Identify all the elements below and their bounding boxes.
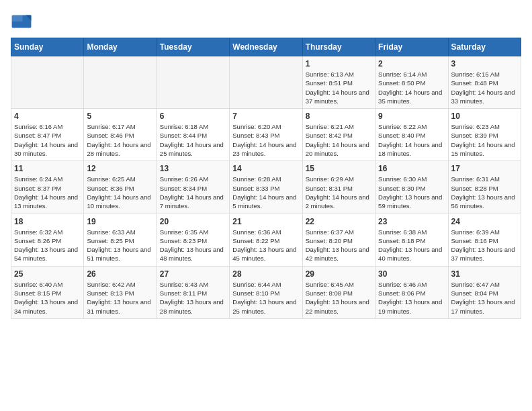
- calendar-cell: [157, 56, 229, 109]
- calendar-week: 1Sunrise: 6:13 AM Sunset: 8:51 PM Daylig…: [11, 56, 521, 109]
- calendar-table: SundayMondayTuesdayWednesdayThursdayFrid…: [11, 38, 521, 319]
- calendar-cell: 29Sunrise: 6:45 AM Sunset: 8:08 PM Dayli…: [302, 266, 375, 318]
- day-info: Sunrise: 6:37 AM Sunset: 8:20 PM Dayligh…: [306, 228, 372, 263]
- calendar-cell: 23Sunrise: 6:38 AM Sunset: 8:18 PM Dayli…: [375, 214, 448, 266]
- day-number: 18: [14, 217, 81, 226]
- day-number: 1: [306, 59, 372, 68]
- day-info: Sunrise: 6:40 AM Sunset: 8:15 PM Dayligh…: [14, 280, 81, 316]
- calendar-cell: 12Sunrise: 6:25 AM Sunset: 8:36 PM Dayli…: [84, 161, 157, 214]
- calendar-cell: 24Sunrise: 6:39 AM Sunset: 8:16 PM Dayli…: [448, 214, 521, 266]
- calendar-cell: 15Sunrise: 6:29 AM Sunset: 8:31 PM Dayli…: [302, 161, 375, 214]
- day-number: 11: [14, 164, 81, 173]
- header-day: Thursday: [302, 38, 375, 56]
- day-info: Sunrise: 6:46 AM Sunset: 8:06 PM Dayligh…: [378, 280, 445, 316]
- day-number: 3: [451, 59, 518, 68]
- calendar-cell: 31Sunrise: 6:47 AM Sunset: 8:04 PM Dayli…: [448, 266, 521, 318]
- calendar-week: 25Sunrise: 6:40 AM Sunset: 8:15 PM Dayli…: [11, 266, 521, 318]
- day-number: 8: [306, 111, 372, 121]
- day-number: 2: [378, 59, 445, 68]
- calendar-cell: [11, 56, 84, 109]
- day-info: Sunrise: 6:16 AM Sunset: 8:47 PM Dayligh…: [14, 122, 81, 158]
- calendar-cell: 18Sunrise: 6:32 AM Sunset: 8:26 PM Dayli…: [11, 214, 84, 266]
- calendar-cell: 7Sunrise: 6:20 AM Sunset: 8:43 PM Daylig…: [230, 109, 302, 161]
- calendar-cell: 11Sunrise: 6:24 AM Sunset: 8:37 PM Dayli…: [11, 161, 84, 214]
- day-info: Sunrise: 6:24 AM Sunset: 8:37 PM Dayligh…: [14, 175, 81, 210]
- logo-icon: [11, 11, 32, 32]
- day-number: 13: [160, 164, 226, 173]
- header-day: Friday: [375, 38, 448, 56]
- calendar-cell: 19Sunrise: 6:33 AM Sunset: 8:25 PM Dayli…: [84, 214, 157, 266]
- header-row: SundayMondayTuesdayWednesdayThursdayFrid…: [11, 38, 521, 56]
- calendar-cell: 4Sunrise: 6:16 AM Sunset: 8:47 PM Daylig…: [11, 109, 84, 161]
- day-number: 17: [451, 164, 518, 173]
- calendar-header: SundayMondayTuesdayWednesdayThursdayFrid…: [11, 38, 521, 56]
- day-info: Sunrise: 6:18 AM Sunset: 8:44 PM Dayligh…: [160, 122, 226, 158]
- calendar-cell: 14Sunrise: 6:28 AM Sunset: 8:33 PM Dayli…: [230, 161, 302, 214]
- calendar-cell: 25Sunrise: 6:40 AM Sunset: 8:15 PM Dayli…: [11, 266, 84, 318]
- page-header: [11, 11, 521, 32]
- calendar-week: 18Sunrise: 6:32 AM Sunset: 8:26 PM Dayli…: [11, 214, 521, 266]
- day-number: 27: [160, 269, 226, 279]
- calendar-cell: 2Sunrise: 6:14 AM Sunset: 8:50 PM Daylig…: [375, 56, 448, 109]
- day-info: Sunrise: 6:28 AM Sunset: 8:33 PM Dayligh…: [232, 175, 299, 210]
- header-day: Wednesday: [230, 38, 302, 56]
- calendar-cell: 16Sunrise: 6:30 AM Sunset: 8:30 PM Dayli…: [375, 161, 448, 214]
- day-info: Sunrise: 6:22 AM Sunset: 8:40 PM Dayligh…: [378, 122, 445, 158]
- calendar-body: 1Sunrise: 6:13 AM Sunset: 8:51 PM Daylig…: [11, 56, 521, 319]
- calendar-cell: 10Sunrise: 6:23 AM Sunset: 8:39 PM Dayli…: [448, 109, 521, 161]
- day-number: 31: [451, 269, 518, 279]
- day-number: 20: [160, 217, 226, 226]
- day-number: 14: [232, 164, 299, 173]
- day-info: Sunrise: 6:35 AM Sunset: 8:23 PM Dayligh…: [160, 228, 226, 263]
- day-info: Sunrise: 6:44 AM Sunset: 8:10 PM Dayligh…: [232, 280, 299, 316]
- calendar-cell: [230, 56, 302, 109]
- day-info: Sunrise: 6:17 AM Sunset: 8:46 PM Dayligh…: [87, 122, 153, 158]
- day-info: Sunrise: 6:38 AM Sunset: 8:18 PM Dayligh…: [378, 228, 445, 263]
- day-info: Sunrise: 6:20 AM Sunset: 8:43 PM Dayligh…: [232, 122, 299, 158]
- day-info: Sunrise: 6:36 AM Sunset: 8:22 PM Dayligh…: [232, 228, 299, 263]
- header-day: Saturday: [448, 38, 521, 56]
- calendar-cell: 28Sunrise: 6:44 AM Sunset: 8:10 PM Dayli…: [230, 266, 302, 318]
- calendar-cell: 27Sunrise: 6:43 AM Sunset: 8:11 PM Dayli…: [157, 266, 229, 318]
- day-number: 5: [87, 111, 153, 121]
- day-number: 10: [451, 111, 518, 121]
- day-number: 23: [378, 217, 445, 226]
- calendar-week: 11Sunrise: 6:24 AM Sunset: 8:37 PM Dayli…: [11, 161, 521, 214]
- calendar-cell: 3Sunrise: 6:15 AM Sunset: 8:48 PM Daylig…: [448, 56, 521, 109]
- day-number: 4: [14, 111, 81, 121]
- day-info: Sunrise: 6:29 AM Sunset: 8:31 PM Dayligh…: [306, 175, 372, 210]
- day-number: 12: [87, 164, 153, 173]
- day-number: 6: [160, 111, 226, 121]
- day-number: 21: [232, 217, 299, 226]
- day-info: Sunrise: 6:21 AM Sunset: 8:42 PM Dayligh…: [306, 122, 372, 158]
- day-number: 16: [378, 164, 445, 173]
- header-day: Tuesday: [157, 38, 229, 56]
- day-number: 19: [87, 217, 153, 226]
- day-info: Sunrise: 6:43 AM Sunset: 8:11 PM Dayligh…: [160, 280, 226, 316]
- day-info: Sunrise: 6:15 AM Sunset: 8:48 PM Dayligh…: [451, 70, 518, 105]
- day-number: 25: [14, 269, 81, 279]
- day-number: 24: [451, 217, 518, 226]
- calendar-cell: 22Sunrise: 6:37 AM Sunset: 8:20 PM Dayli…: [302, 214, 375, 266]
- day-number: 7: [232, 111, 299, 121]
- day-info: Sunrise: 6:31 AM Sunset: 8:28 PM Dayligh…: [451, 175, 518, 210]
- calendar-cell: 13Sunrise: 6:26 AM Sunset: 8:34 PM Dayli…: [157, 161, 229, 214]
- calendar-cell: 21Sunrise: 6:36 AM Sunset: 8:22 PM Dayli…: [230, 214, 302, 266]
- day-info: Sunrise: 6:23 AM Sunset: 8:39 PM Dayligh…: [451, 122, 518, 158]
- calendar-cell: 9Sunrise: 6:22 AM Sunset: 8:40 PM Daylig…: [375, 109, 448, 161]
- day-number: 15: [306, 164, 372, 173]
- day-info: Sunrise: 6:26 AM Sunset: 8:34 PM Dayligh…: [160, 175, 226, 210]
- day-info: Sunrise: 6:39 AM Sunset: 8:16 PM Dayligh…: [451, 228, 518, 263]
- day-number: 9: [378, 111, 445, 121]
- day-number: 30: [378, 269, 445, 279]
- day-info: Sunrise: 6:32 AM Sunset: 8:26 PM Dayligh…: [14, 228, 81, 263]
- day-number: 28: [232, 269, 299, 279]
- day-info: Sunrise: 6:14 AM Sunset: 8:50 PM Dayligh…: [378, 70, 445, 105]
- day-number: 22: [306, 217, 372, 226]
- day-info: Sunrise: 6:25 AM Sunset: 8:36 PM Dayligh…: [87, 175, 153, 210]
- calendar-week: 4Sunrise: 6:16 AM Sunset: 8:47 PM Daylig…: [11, 109, 521, 161]
- header-day: Monday: [84, 38, 157, 56]
- svg-rect-2: [12, 15, 23, 21]
- calendar-cell: 1Sunrise: 6:13 AM Sunset: 8:51 PM Daylig…: [302, 56, 375, 109]
- calendar-cell: 17Sunrise: 6:31 AM Sunset: 8:28 PM Dayli…: [448, 161, 521, 214]
